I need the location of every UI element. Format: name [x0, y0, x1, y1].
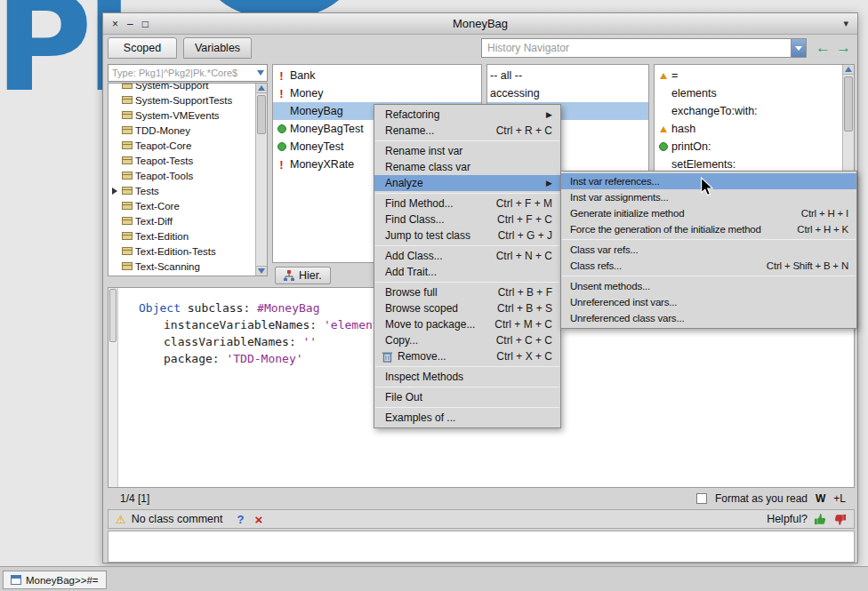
maximize-button[interactable]: □	[142, 19, 149, 29]
tab-scoped[interactable]: Scoped	[108, 37, 177, 59]
package-filter-input[interactable]	[108, 65, 253, 81]
scroll-down-icon[interactable]	[256, 266, 267, 276]
mouse-cursor	[700, 177, 714, 200]
menu-item-add-trait[interactable]: Add Trait...	[374, 264, 560, 280]
method-label: elements	[671, 87, 717, 100]
menu-item-rename[interactable]: Rename...Ctrl + R + C	[374, 123, 560, 139]
menu-item-label: Examples of ...	[385, 411, 455, 424]
add-line-button[interactable]: +L	[833, 492, 846, 505]
menu-item-unreferenced-class-vars[interactable]: Unreferenced class vars...	[561, 310, 856, 326]
menu-item-unreferenced-inst-vars[interactable]: Unreferenced inst vars...	[561, 294, 856, 310]
menu-item-generate-initialize-method[interactable]: Generate initialize methodCtrl + H + I	[561, 205, 856, 221]
class-row[interactable]: Bank	[273, 67, 481, 84]
tab-variables[interactable]: Variables	[183, 37, 252, 59]
menu-item-copy[interactable]: Copy...Ctrl + C + C	[374, 332, 560, 348]
menu-item-rename-class-var[interactable]: Rename class var	[374, 159, 560, 175]
menu-item-analyze[interactable]: Analyze▶	[374, 175, 560, 191]
method-row[interactable]: elements	[655, 84, 854, 102]
class-comment-editor[interactable]	[108, 531, 855, 563]
menu-item-file-out[interactable]: File Out	[374, 389, 560, 405]
menu-item-unsent-methods[interactable]: Unsent methods...	[561, 278, 856, 294]
expander-icon[interactable]	[111, 188, 119, 195]
package-list: System-Support System-SupportTests Syste…	[108, 83, 268, 276]
menu-item-force-generation-initialize-method[interactable]: Force the generation of the initialize m…	[561, 221, 856, 237]
menu-item-move-to-package[interactable]: Move to package...Ctrl + M + C	[374, 316, 560, 332]
menu-item-label: Unreferenced inst vars...	[570, 297, 677, 307]
code-scrollbar[interactable]	[108, 288, 118, 487]
format-checkbox[interactable]	[696, 493, 707, 504]
class-label: MoneyBag	[290, 105, 343, 117]
history-forward-arrow[interactable]: →	[836, 38, 851, 58]
wrap-button[interactable]: W	[816, 492, 825, 505]
package-row[interactable]: System-Support	[108, 83, 267, 92]
menu-separator	[375, 282, 559, 283]
dismiss-icon[interactable]: ×	[254, 513, 262, 526]
titlebar[interactable]: × – □ MoneyBag ▾	[103, 13, 857, 35]
menu-item-rename-inst-var[interactable]: Rename inst var	[374, 143, 560, 159]
protocol-row[interactable]: -- all --	[487, 67, 648, 84]
package-row[interactable]: Tests	[108, 183, 267, 198]
package-row[interactable]: Text-Edition	[108, 228, 267, 244]
menu-item-inspect-methods[interactable]: Inspect Methods	[374, 369, 560, 385]
close-button[interactable]: ×	[112, 19, 118, 29]
menu-item-jump-to-test-class[interactable]: Jump to test classCtrl + G + J	[374, 228, 560, 244]
help-icon[interactable]: ?	[237, 513, 244, 526]
menu-item-label: Add Trait...	[385, 266, 437, 278]
menu-item-browse-full[interactable]: Browse fullCtrl + B + F	[374, 284, 560, 300]
thumbs-up-icon[interactable]	[814, 513, 827, 526]
menu-item-refactoring[interactable]: Refactoring▶	[374, 107, 560, 123]
history-navigator-input[interactable]	[482, 39, 791, 57]
package-row[interactable]: Text-Edition-Tests	[108, 244, 267, 259]
history-dropdown-button[interactable]	[791, 39, 806, 57]
menu-item-examples-of[interactable]: Examples of ...	[374, 410, 560, 426]
package-row[interactable]: Text-Diff	[108, 213, 267, 228]
menu-item-find-class[interactable]: Find Class...Ctrl + F + C	[374, 212, 560, 228]
scrollbar-thumb[interactable]	[257, 95, 266, 134]
package-row[interactable]: System-SupportTests	[108, 92, 267, 108]
method-row[interactable]: hash	[655, 120, 854, 138]
package-row[interactable]: TDD-Money	[108, 123, 267, 138]
history-back-arrow[interactable]: ←	[816, 38, 831, 58]
method-row[interactable]: exchangeTo:with:	[655, 102, 854, 120]
thumbs-down-icon[interactable]	[833, 513, 847, 526]
package-icon	[122, 202, 133, 210]
menu-item-class-refs[interactable]: Class refs...Ctrl + Shift + B + N	[561, 258, 856, 274]
scroll-up-icon[interactable]	[843, 65, 854, 75]
taskbar-task-button[interactable]: MoneyBag>>#=	[3, 571, 107, 589]
scrollbar-thumb[interactable]	[109, 289, 117, 342]
package-label: Tests	[135, 186, 159, 196]
menu-item-add-class[interactable]: Add Class...Ctrl + N + C	[374, 248, 560, 264]
method-row[interactable]: =	[655, 67, 854, 84]
minimize-button[interactable]: –	[127, 19, 133, 29]
menu-item-shortcut: Ctrl + F + C	[485, 213, 552, 226]
package-label: Teapot-Tests	[135, 156, 193, 166]
comment-bar: ⚠ No class comment ? × Helpful?	[108, 509, 855, 529]
menu-item-label: Analyze	[385, 177, 423, 189]
method-label: setElements:	[671, 158, 735, 171]
helpful-group: Helpful?	[767, 513, 847, 526]
package-scrollbar[interactable]	[255, 84, 267, 276]
menu-item-label: Find Class...	[385, 213, 445, 226]
menu-item-class-var-refs[interactable]: Class var refs...	[561, 242, 856, 258]
hierarchy-button-label: Hier.	[299, 269, 322, 282]
package-row[interactable]: Teapot-Tools	[108, 168, 267, 183]
method-row[interactable]: printOn:	[655, 138, 854, 156]
hierarchy-button[interactable]: Hier.	[275, 267, 331, 284]
scroll-up-icon[interactable]	[256, 84, 267, 93]
filter-dropdown-icon[interactable]	[253, 65, 267, 81]
class-row[interactable]: Money	[273, 84, 481, 102]
warning-icon: ⚠	[116, 513, 126, 526]
menu-item-label: Inst var references...	[570, 176, 659, 187]
package-row[interactable]: System-VMEvents	[108, 108, 267, 123]
package-row[interactable]: Teapot-Tests	[108, 153, 267, 168]
scrollbar-thumb[interactable]	[844, 76, 853, 132]
class-context-menu: Refactoring▶ Rename...Ctrl + R + C Renam…	[374, 104, 561, 428]
package-row[interactable]: Text-Core	[108, 198, 267, 213]
window-menu-button[interactable]: ▾	[786, 18, 848, 29]
package-row[interactable]: Text-Scanning	[108, 259, 267, 274]
package-row[interactable]: Teapot-Core	[108, 138, 267, 153]
menu-item-browse-scoped[interactable]: Browse scopedCtrl + B + S	[374, 300, 560, 316]
protocol-row[interactable]: accessing	[487, 84, 648, 102]
menu-item-find-method[interactable]: Find Method...Ctrl + F + M	[374, 196, 560, 212]
menu-item-remove[interactable]: Remove...Ctrl + X + C	[374, 348, 560, 364]
